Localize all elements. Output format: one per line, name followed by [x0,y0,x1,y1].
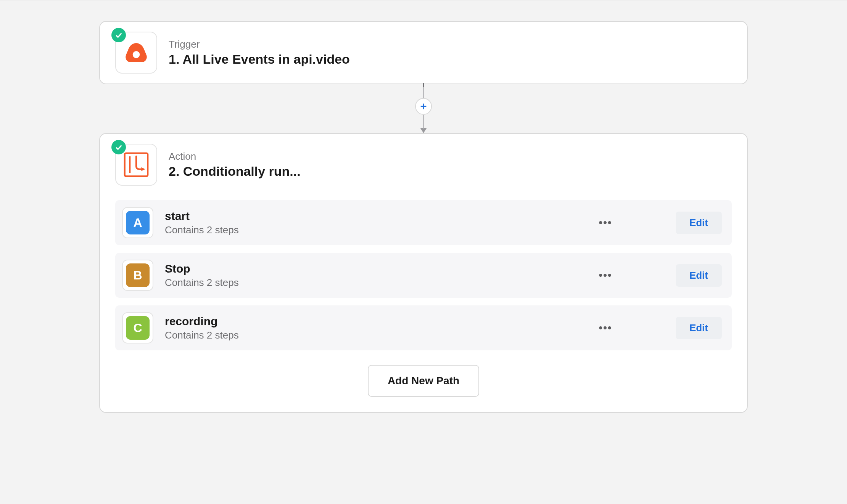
path-edit-button[interactable]: Edit [676,317,722,339]
path-more-button[interactable]: ••• [596,266,615,284]
workflow-canvas: Trigger 1. All Live Events in api.video [0,0,847,504]
path-more-button[interactable]: ••• [596,319,615,337]
path-row[interactable]: C recording Contains 2 steps ••• Edit [115,305,732,350]
trigger-step-card[interactable]: Trigger 1. All Live Events in api.video [99,21,748,84]
path-text: start Contains 2 steps [165,210,585,236]
action-kicker: Action [169,151,301,162]
trigger-app-icon-tile [115,32,157,74]
connector-arrow-icon [420,128,427,133]
add-step-button[interactable] [415,98,432,115]
path-letter-tile: C [122,312,153,343]
trigger-labels: Trigger 1. All Live Events in api.video [169,39,350,67]
paths-icon [120,149,152,181]
path-name: Stop [165,262,585,275]
action-app-icon-tile [115,144,157,186]
path-row[interactable]: B Stop Contains 2 steps ••• Edit [115,253,732,298]
path-letter-badge: C [126,316,150,340]
trigger-title: 1. All Live Events in api.video [169,52,350,67]
action-labels: Action 2. Conditionally run... [169,151,301,179]
path-row[interactable]: A start Contains 2 steps ••• Edit [115,200,732,245]
action-step-card[interactable]: Action 2. Conditionally run... A start C… [99,133,748,413]
action-header: Action 2. Conditionally run... [115,144,732,186]
ellipsis-icon: ••• [599,269,612,281]
path-edit-button[interactable]: Edit [676,212,722,234]
path-text: recording Contains 2 steps [165,315,585,341]
svg-marker-5 [141,167,145,171]
path-letter-badge: A [126,211,150,234]
ellipsis-icon: ••• [599,322,612,334]
path-text: Stop Contains 2 steps [165,262,585,289]
path-name: recording [165,315,585,328]
plus-icon [419,102,428,111]
path-letter-tile: B [122,260,153,291]
path-sub: Contains 2 steps [165,224,585,236]
path-sub: Contains 2 steps [165,277,585,289]
connector-line-bottom [423,115,424,128]
add-path-button[interactable]: Add New Path [368,365,479,397]
path-more-button[interactable]: ••• [596,213,615,232]
path-letter-tile: A [122,207,153,238]
api-video-logo-icon [124,40,149,65]
check-icon [111,28,126,42]
add-path-wrap: Add New Path [115,365,732,397]
check-icon [111,140,126,154]
path-sub: Contains 2 steps [165,329,585,341]
trigger-header: Trigger 1. All Live Events in api.video [115,32,732,74]
svg-point-0 [133,51,140,58]
step-connector [415,84,432,133]
path-letter-badge: B [126,263,150,287]
trigger-kicker: Trigger [169,39,350,50]
ellipsis-icon: ••• [599,217,612,229]
path-name: start [165,210,585,223]
action-title: 2. Conditionally run... [169,164,301,179]
path-list: A start Contains 2 steps ••• Edit B Stop… [115,200,732,350]
path-edit-button[interactable]: Edit [676,264,722,287]
connector-line-top [423,84,424,98]
